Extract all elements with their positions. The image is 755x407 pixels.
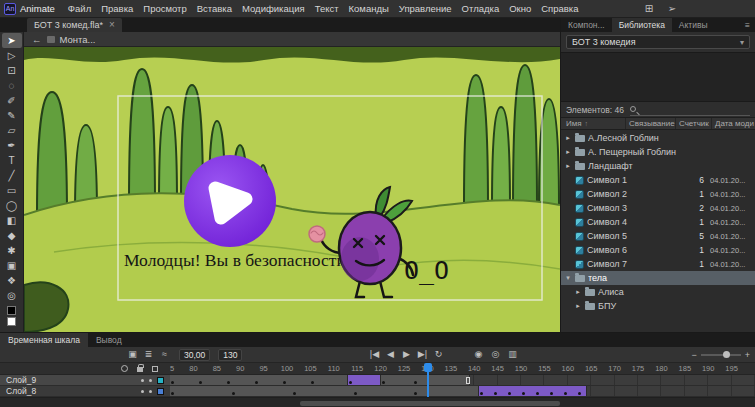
tab-timeline[interactable]: Временная шкала [0, 333, 88, 347]
library-row[interactable]: ▸Алиса [561, 285, 755, 299]
layer-visible-dot[interactable] [141, 390, 144, 393]
menu-item[interactable]: Управление [394, 3, 457, 14]
oval-tool-icon[interactable]: ◯ [2, 198, 22, 213]
layer-depth-icon[interactable]: ≣ [142, 350, 155, 359]
library-search[interactable] [630, 104, 750, 116]
panel-menu-icon[interactable]: ≡ [740, 18, 755, 32]
library-row[interactable]: ▸А.Лесной Гоблин [561, 131, 755, 145]
menu-item[interactable]: Модификация [237, 3, 310, 14]
chevron-right-icon[interactable]: ▸ [564, 134, 572, 142]
scene-name[interactable]: Монта... [60, 34, 96, 45]
graph-editor-icon[interactable]: ≈ [158, 350, 171, 359]
menu-item[interactable]: Файл [63, 3, 96, 14]
step-forward-icon[interactable]: ▶| [416, 350, 429, 359]
zoom-out-icon[interactable]: − [691, 350, 696, 360]
rectangle-tool-icon[interactable]: ▭ [2, 183, 22, 198]
camera-icon[interactable]: ▣ [126, 350, 139, 359]
frame-span[interactable] [381, 375, 470, 385]
layer-lock-dot[interactable] [149, 390, 152, 393]
library-row[interactable]: Символ 3204.01.20... [561, 201, 755, 215]
hand-tool-icon[interactable]: ❖ [2, 273, 22, 288]
tab-components[interactable]: Компон... [561, 18, 612, 32]
tab-library[interactable]: Библиотека [612, 18, 672, 32]
playhead-handle[interactable] [424, 363, 432, 372]
library-row[interactable]: Символ 5504.01.20... [561, 229, 755, 243]
close-tab-icon[interactable]: × [109, 20, 115, 30]
play-icon[interactable]: ▶ [400, 350, 413, 359]
menu-item[interactable]: Команды [344, 3, 394, 14]
current-frame-field[interactable]: 130 [218, 349, 242, 361]
zoom-tool-icon[interactable]: ◎ [2, 288, 22, 303]
column-date[interactable]: Дата моди [711, 118, 755, 129]
background-art[interactable] [24, 47, 560, 332]
stage-caption-text[interactable]: Молодцы! Вы в безопасности [124, 250, 346, 270]
search-input[interactable] [639, 104, 750, 114]
library-row[interactable]: Символ 7104.01.20... [561, 257, 755, 271]
document-tab[interactable]: БОТ 3 комед.fla* × [27, 18, 122, 32]
pen-tool-icon[interactable]: ✒ [2, 138, 22, 153]
line-tool-icon[interactable]: ╱ [2, 168, 22, 183]
timeline-ruler[interactable]: 7580859095100105110115120125130135140145… [170, 363, 755, 374]
outline-all-icon[interactable] [152, 366, 158, 372]
menu-item[interactable]: Правка [96, 3, 138, 14]
tab-output[interactable]: Вывод [88, 333, 130, 347]
asset-warp-tool-icon[interactable]: ✱ [2, 243, 22, 258]
column-linkage[interactable]: Связывание [625, 118, 675, 129]
layer-outline-color[interactable] [157, 388, 164, 395]
layer-frames[interactable] [170, 386, 755, 397]
onion-skin-icon[interactable]: ◉ [472, 350, 485, 359]
chevron-right-icon[interactable]: ▸ [574, 288, 582, 296]
hscroll-thumb[interactable] [300, 401, 560, 406]
publish-rocket-icon[interactable]: ➢ [665, 3, 679, 14]
library-row[interactable]: ▸А. Пещерный Гоблин [561, 145, 755, 159]
column-use-count[interactable]: Счетчик ис [675, 118, 711, 129]
timeline-layer-row[interactable]: Слой_9 [0, 375, 755, 386]
classic-brush-tool-icon[interactable]: ✎ [2, 108, 22, 123]
step-back-icon[interactable]: ◀ [384, 350, 397, 359]
tab-assets[interactable]: Активы [672, 18, 715, 32]
layer-frames[interactable] [170, 375, 755, 386]
camera-tool-icon[interactable]: ▣ [2, 258, 22, 273]
timeline-hscroll[interactable] [0, 397, 755, 407]
menu-item[interactable]: Окно [504, 3, 536, 14]
go-to-first-frame-icon[interactable]: |◀ [368, 350, 381, 359]
edit-multiple-frames-icon[interactable]: ▥ [506, 350, 519, 359]
library-row[interactable]: Символ 4104.01.20... [561, 215, 755, 229]
frame-span[interactable] [170, 375, 348, 385]
layer-lock-dot[interactable] [149, 379, 152, 382]
library-row[interactable]: ▸БПУ [561, 299, 755, 313]
menu-item[interactable]: Отладка [457, 3, 505, 14]
zoom-in-icon[interactable]: + [745, 350, 750, 360]
library-document-select[interactable]: БОТ 3 комедия ▾ [566, 35, 750, 49]
layer-visible-dot[interactable] [141, 379, 144, 382]
lock-all-icon[interactable] [137, 367, 143, 372]
stroke-color-swatch[interactable] [7, 306, 16, 315]
loop-icon[interactable]: ↻ [432, 350, 445, 359]
back-arrow-icon[interactable]: ← [32, 34, 42, 45]
paint-bucket-tool-icon[interactable]: ◧ [2, 213, 22, 228]
column-name[interactable]: Имя ↑ [561, 118, 625, 129]
fluid-brush-tool-icon[interactable]: ✐ [2, 93, 22, 108]
frame-span[interactable] [348, 375, 381, 385]
library-row[interactable]: ▸Ландшафт [561, 159, 755, 173]
text-tool-icon[interactable]: T [2, 153, 22, 168]
eraser-tool-icon[interactable]: ▱ [2, 123, 22, 138]
workspace-grid-icon[interactable]: ⊞ [642, 3, 656, 14]
alice-logo[interactable] [184, 155, 276, 247]
library-row[interactable]: Символ 2104.01.20... [561, 187, 755, 201]
library-row[interactable]: Символ 6104.01.20... [561, 243, 755, 257]
menu-item[interactable]: Текст [310, 3, 344, 14]
free-transform-tool-icon[interactable]: ⊡ [2, 63, 22, 78]
chevron-down-icon[interactable]: ▾ [564, 274, 572, 282]
chevron-right-icon[interactable]: ▸ [564, 162, 572, 170]
timeline-layer-row[interactable]: Слой_8 [0, 386, 755, 397]
chevron-right-icon[interactable]: ▸ [564, 148, 572, 156]
selection-tool-icon[interactable]: ➤ [2, 33, 22, 48]
library-row[interactable]: ▾тела [561, 271, 755, 285]
fill-color-swatch[interactable] [7, 317, 16, 326]
fps-field[interactable]: 30,00 [179, 349, 210, 361]
eyedropper-tool-icon[interactable]: ◆ [2, 228, 22, 243]
menu-item[interactable]: Справка [536, 3, 583, 14]
subselection-tool-icon[interactable]: ▷ [2, 48, 22, 63]
layer-header[interactable]: Слой_8 [0, 386, 170, 397]
